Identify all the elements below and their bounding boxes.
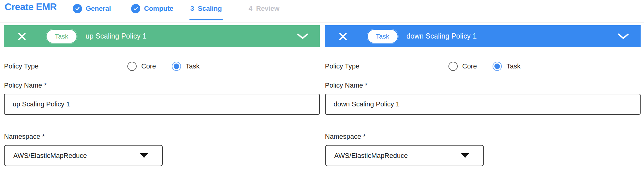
- wizard-header: Create EMR General Compute 3 Scaling 4 R…: [0, 0, 644, 23]
- step-label: Scaling: [198, 5, 222, 13]
- namespace-label: Namespace *: [4, 133, 320, 141]
- dropdown-arrow-icon: [461, 153, 469, 158]
- active-step-underline: [189, 19, 223, 20]
- radio-button-task[interactable]: [493, 62, 502, 71]
- policy-type-label: Policy Type: [4, 62, 127, 70]
- dropdown-arrow-icon: [140, 153, 148, 158]
- namespace-selected-value: AWS/ElasticMapReduce: [334, 152, 408, 160]
- scaling-policy-panel-down: Task down Scaling Policy 1 Policy Type C…: [325, 25, 641, 166]
- panel-title: up Scaling Policy 1: [85, 32, 147, 40]
- step-number: 4: [249, 5, 252, 13]
- panel-body: Policy Type Core Task Policy Name *: [325, 47, 641, 166]
- radio-option-task[interactable]: Task: [172, 62, 200, 71]
- radio-option-core[interactable]: Core: [127, 62, 156, 71]
- radio-button-core[interactable]: [127, 62, 137, 71]
- page-title: Create EMR: [5, 2, 57, 13]
- wizard-step-review[interactable]: 4 Review: [249, 4, 279, 14]
- namespace-field: Namespace * AWS/ElasticMapReduce: [325, 133, 641, 166]
- panel-title: down Scaling Policy 1: [407, 32, 477, 40]
- wizard-step-scaling[interactable]: 3 Scaling: [190, 4, 222, 14]
- step-label: Compute: [144, 5, 173, 13]
- policy-type-label: Policy Type: [325, 62, 448, 70]
- check-icon: [73, 4, 82, 13]
- policy-type-row: Policy Type Core Task: [325, 61, 641, 72]
- scaling-policies-container: Task up Scaling Policy 1 Policy Type Cor…: [0, 23, 644, 166]
- policy-name-input[interactable]: [325, 94, 641, 115]
- panel-body: Policy Type Core Task Policy Name *: [4, 47, 320, 166]
- scaling-policy-panel-up: Task up Scaling Policy 1 Policy Type Cor…: [4, 25, 320, 166]
- namespace-selected-value: AWS/ElasticMapReduce: [13, 152, 87, 160]
- close-icon[interactable]: [338, 31, 348, 41]
- chevron-down-icon[interactable]: [618, 33, 629, 39]
- radio-label: Task: [506, 62, 520, 70]
- policy-type-badge: Task: [47, 30, 76, 43]
- wizard-step-general[interactable]: General: [73, 4, 111, 14]
- panel-header-down[interactable]: Task down Scaling Policy 1: [325, 25, 641, 47]
- policy-type-radio-group: Core Task: [448, 62, 521, 71]
- radio-button-task[interactable]: [172, 62, 181, 71]
- policy-type-row: Policy Type Core Task: [4, 61, 320, 72]
- step-label: General: [86, 5, 111, 13]
- policy-name-label: Policy Name *: [4, 81, 320, 89]
- policy-name-field: Policy Name *: [325, 81, 641, 115]
- step-number: 3: [190, 5, 194, 13]
- policy-name-input[interactable]: [4, 94, 320, 115]
- step-label: Review: [256, 5, 279, 13]
- namespace-field: Namespace * AWS/ElasticMapReduce: [4, 133, 320, 166]
- namespace-dropdown[interactable]: AWS/ElasticMapReduce: [4, 145, 163, 166]
- check-icon: [131, 4, 140, 13]
- policy-type-badge: Task: [368, 30, 398, 43]
- policy-name-label: Policy Name *: [325, 81, 641, 89]
- panel-header-up[interactable]: Task up Scaling Policy 1: [4, 25, 320, 47]
- radio-label: Core: [141, 62, 156, 70]
- namespace-label: Namespace *: [325, 133, 641, 141]
- wizard-step-compute[interactable]: Compute: [131, 4, 173, 14]
- radio-label: Task: [186, 62, 200, 70]
- chevron-down-icon[interactable]: [297, 33, 308, 39]
- radio-button-core[interactable]: [448, 62, 458, 71]
- policy-name-field: Policy Name *: [4, 81, 320, 115]
- radio-option-task[interactable]: Task: [493, 62, 520, 71]
- radio-label: Core: [462, 62, 477, 70]
- close-icon[interactable]: [17, 31, 27, 41]
- namespace-dropdown[interactable]: AWS/ElasticMapReduce: [325, 145, 484, 166]
- radio-option-core[interactable]: Core: [448, 62, 477, 71]
- policy-type-radio-group: Core Task: [127, 62, 200, 71]
